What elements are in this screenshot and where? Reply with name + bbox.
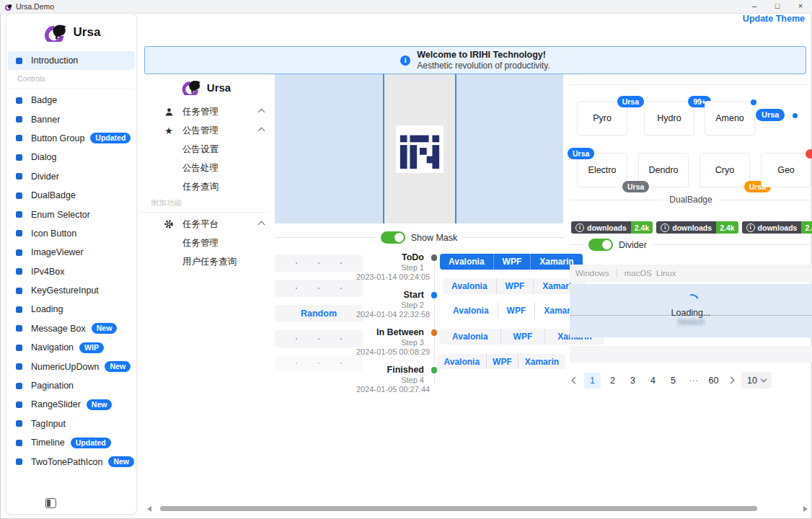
menu-subitem-task-query[interactable]: 任务查询 — [141, 177, 270, 196]
sidebar-item[interactable]: IPv4Box — [6, 262, 136, 281]
image-viewer[interactable] — [275, 74, 563, 223]
info-icon: i — [746, 223, 755, 232]
sidebar-item[interactable]: Button Group Updated — [6, 129, 136, 148]
sidebar-item-label: Dialog — [31, 152, 56, 162]
group-button[interactable]: Avalonia — [444, 303, 498, 319]
sidebar-item[interactable]: RangeSlider New — [6, 395, 136, 414]
sidebar-item-introduction[interactable]: Introduction — [8, 51, 135, 70]
group-button[interactable]: WPF — [500, 329, 545, 345]
group-button[interactable]: WPF — [498, 303, 535, 319]
horizontal-scrollbar[interactable] — [141, 504, 811, 513]
chevron-up-icon — [258, 108, 265, 115]
sidebar-item-label: Badge — [31, 95, 57, 105]
menu-subitem-announcement-processing[interactable]: 公告处理 — [141, 159, 270, 177]
sidebar-item[interactable]: KeyGestureInput — [6, 281, 136, 300]
sidebar-item[interactable]: Divider — [6, 167, 136, 186]
sidebar-item[interactable]: Pagination — [6, 376, 136, 395]
divider-toggle[interactable] — [588, 239, 613, 251]
bullet-icon — [16, 268, 22, 275]
timeline-item: Start Step 2 2024-01-04 22:32:58 — [356, 290, 437, 319]
sidebar-item[interactable]: Enum Selector — [6, 205, 136, 223]
page-size-value: 10 — [747, 376, 757, 386]
sidebar-item[interactable]: Icon Button — [6, 224, 136, 243]
sidebar-item[interactable]: ImageViewer — [6, 243, 136, 262]
viewer-mask-left — [275, 74, 384, 223]
sidebar-item[interactable]: TwoTonePathIcon New — [6, 452, 136, 471]
page-button[interactable]: 5 — [665, 373, 681, 389]
badge-dot — [806, 149, 812, 159]
group-button[interactable]: WPF — [496, 278, 534, 294]
divider-demo-label: Divider — [619, 240, 647, 250]
titlebar: Ursa.Demo — [0, 0, 812, 14]
ipv4-input[interactable] — [275, 280, 363, 297]
pagination: 12345⋯60 10 — [573, 372, 772, 389]
collapse-sidebar-button[interactable] — [45, 498, 56, 508]
page-button[interactable]: 60 — [705, 373, 722, 389]
sidebar-item-label: Navigation — [31, 342, 74, 352]
sidebar-item[interactable]: Dialog — [6, 148, 136, 167]
close-button[interactable]: × — [789, 0, 812, 13]
scroll-right-arrow[interactable] — [803, 506, 808, 512]
sidebar-item[interactable]: Timeline Updated — [6, 433, 136, 452]
bullet-icon — [16, 306, 22, 313]
show-mask-label: Show Mask — [411, 233, 458, 243]
scrollbar-thumb[interactable] — [160, 506, 757, 511]
next-page-button[interactable] — [728, 377, 735, 384]
info-icon: i — [575, 223, 584, 232]
timeline-item: Finished Step 4 2024-01-05 00:27:44 — [356, 365, 437, 394]
timeline-item-time: 2024-01-05 00:08:29 — [356, 347, 424, 357]
page-button[interactable]: ⋯ — [685, 373, 702, 389]
restore-button[interactable]: □ — [766, 0, 789, 13]
page-size-select[interactable]: 10 — [741, 372, 772, 389]
tab-macos[interactable]: macOS — [625, 269, 652, 278]
group-button[interactable]: WPF — [486, 354, 518, 369]
group-button[interactable]: Avalonia — [440, 254, 493, 270]
group-button[interactable]: Avalonia — [440, 329, 500, 345]
bullet-icon — [16, 58, 22, 64]
bullet-icon — [16, 402, 22, 408]
page-button[interactable]: 2 — [604, 373, 621, 389]
scroll-left-arrow[interactable] — [147, 506, 151, 512]
menu-item-task-platform[interactable]: 任务平台 — [141, 215, 270, 234]
sidebar-item[interactable]: TagInput — [6, 414, 136, 433]
sidebar-item[interactable]: Loading — [6, 300, 136, 319]
page-button[interactable]: 1 — [584, 373, 601, 389]
loading-background-label: Stretch — [570, 317, 812, 327]
random-button[interactable]: Random — [275, 305, 363, 322]
sidebar-item[interactable]: DualBadge — [6, 186, 136, 205]
sidebar-item-label: TwoTonePathIcon — [31, 457, 102, 467]
status-badge: Updated — [71, 438, 111, 448]
chevron-up-icon — [258, 127, 265, 134]
group-button[interactable]: Avalonia — [438, 354, 486, 369]
ipv4-input[interactable] — [275, 254, 363, 272]
menu-item-announcement-management[interactable]: ★ 公告管理 — [141, 121, 270, 140]
sidebar-item[interactable]: Banner — [6, 110, 136, 128]
sidebar-item[interactable]: Navigation WIP — [6, 338, 136, 357]
badge-pill: Ursa — [568, 148, 594, 159]
ipv4-input[interactable] — [275, 330, 363, 347]
sidebar-item[interactable]: Badge — [6, 91, 136, 110]
menu-item-task-management[interactable]: 任务管理 — [141, 102, 270, 121]
minimize-button[interactable]: – — [743, 0, 766, 13]
card-label: Hydro — [657, 113, 681, 123]
tab-linux[interactable]: Linux — [656, 269, 676, 278]
page-button[interactable]: 4 — [645, 373, 661, 389]
bullet-icon — [16, 249, 22, 256]
menu-subitem-task-management[interactable]: 任务管理 — [141, 234, 270, 252]
page-button[interactable]: 3 — [625, 373, 641, 389]
button-group-light: AvaloniaWPFXamarin — [443, 278, 586, 294]
group-button[interactable]: Xamarin — [518, 354, 565, 369]
show-mask-toggle[interactable] — [381, 231, 405, 244]
tab-windows[interactable]: Windows — [575, 269, 609, 278]
prev-page-button[interactable] — [572, 377, 579, 384]
ipv4-input[interactable] — [275, 355, 363, 371]
bullet-icon — [16, 325, 22, 332]
menu-subitem-user-task-query[interactable]: 用户任务查询 — [141, 252, 270, 271]
group-button[interactable]: Avalonia — [443, 278, 496, 294]
sidebar-item[interactable]: Message Box New — [6, 319, 136, 338]
card-label: Electro — [588, 165, 617, 175]
sidebar-item[interactable]: NumericUpDown New — [6, 357, 136, 376]
group-button[interactable]: WPF — [493, 254, 531, 270]
menu-subitem-announcement-settings[interactable]: 公告设置 — [141, 140, 270, 159]
update-theme-button[interactable]: Update Theme — [743, 14, 805, 24]
